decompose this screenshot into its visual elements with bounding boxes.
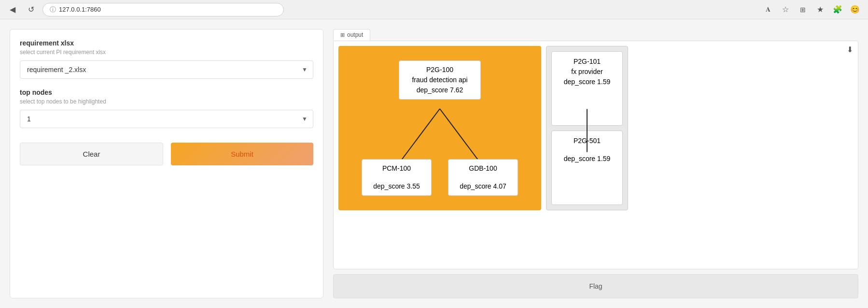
top-nodes-field-group: top nodes select top nodes to be highlig… [20, 88, 313, 128]
requirement-field-group: requirement xlsx select current PI requi… [20, 39, 313, 79]
submit-button[interactable]: Submit [171, 143, 313, 165]
browser-chrome: ◀ ↺ ⓘ 127.0.0.1:7860 𝐀 ☆ ⊞ ★ 🧩 😊 [0, 0, 868, 19]
gray-top-node-name: fx provider [558, 67, 616, 77]
reload-button[interactable]: ↺ [24, 3, 38, 16]
bottom-left-node-id: PCM-100 [369, 163, 424, 174]
split-view-icon[interactable]: ⊞ [796, 2, 810, 17]
bottom-right-node-id: GDB-100 [455, 163, 511, 174]
info-icon: ⓘ [50, 5, 56, 14]
top-graph-node: P2G-100 fraud detection api dep_score 7.… [399, 60, 481, 100]
requirement-select[interactable]: requirement _2.xlsx requirement _1.xlsx [20, 60, 313, 79]
output-tab[interactable]: ⊞ output [333, 29, 370, 41]
top-nodes-sublabel: select top nodes to be highlighted [20, 98, 313, 105]
left-panel: requirement xlsx select current PI requi… [10, 29, 323, 298]
gray-bottom-node-id: P2G-501 [558, 136, 616, 146]
gray-top-node: P2G-101 fx provider dep_score 1.59 [551, 51, 623, 126]
star-icon[interactable]: ★ [813, 2, 827, 17]
bottom-right-node-score: dep_score 4.07 [455, 181, 511, 191]
flag-label: Flag [589, 282, 602, 290]
browser-toolbar: 𝐀 ☆ ⊞ ★ 🧩 😊 [761, 2, 862, 17]
bottom-left-node-score: dep_score 3.55 [369, 181, 424, 191]
requirement-select-wrapper: requirement _2.xlsx requirement _1.xlsx … [20, 60, 313, 79]
output-tab-label: output [347, 31, 363, 38]
font-icon[interactable]: 𝐀 [761, 2, 775, 17]
flag-button[interactable]: Flag [333, 274, 858, 298]
requirement-label: requirement xlsx [20, 39, 313, 47]
orange-graph: P2G-100 fraud detection api dep_score 7.… [338, 46, 541, 210]
top-node-name: fraud detection api [406, 75, 474, 85]
top-node-id: P2G-100 [406, 65, 474, 75]
profile-icon[interactable]: 😊 [848, 2, 862, 17]
address-bar: ⓘ 127.0.0.1:7860 [42, 3, 284, 16]
output-box: ⬇ P2G-100 fraud detection api dep_sco [333, 41, 858, 269]
bottom-left-graph-node: PCM-100 dep_score 3.55 [362, 159, 432, 196]
extensions-icon[interactable]: 🧩 [830, 2, 845, 17]
gray-bottom-node-score: dep_score 1.59 [558, 154, 616, 164]
url-text: 127.0.0.1:7860 [59, 6, 101, 13]
download-button[interactable]: ⬇ [847, 45, 853, 54]
button-row: Clear Submit [20, 143, 313, 165]
gray-panel: P2G-101 fx provider dep_score 1.59 P2G-5… [546, 46, 628, 210]
bookmark-icon[interactable]: ☆ [778, 2, 793, 17]
top-nodes-label: top nodes [20, 88, 313, 96]
output-tab-row: ⊞ output [333, 29, 858, 41]
back-button[interactable]: ◀ [6, 3, 19, 16]
gray-top-node-score: dep_score 1.59 [558, 77, 616, 87]
gray-bottom-node: P2G-501 dep_score 1.59 [551, 131, 623, 205]
top-node-score: dep_score 7.62 [406, 85, 474, 95]
main-content: requirement xlsx select current PI requi… [0, 19, 868, 308]
clear-button[interactable]: Clear [20, 143, 163, 165]
bottom-right-graph-node: GDB-100 dep_score 4.07 [448, 159, 518, 196]
top-nodes-select[interactable]: 1 2 3 5 [20, 110, 313, 128]
gray-top-node-id: P2G-101 [558, 57, 616, 67]
top-nodes-select-wrapper: 1 2 3 5 ▼ [20, 110, 313, 128]
requirement-sublabel: select current PI requirement xlsx [20, 49, 313, 56]
svg-line-0 [396, 109, 440, 167]
svg-line-1 [440, 109, 483, 167]
right-panel: ⊞ output ⬇ [333, 29, 858, 298]
output-tab-icon: ⊞ [340, 32, 345, 38]
